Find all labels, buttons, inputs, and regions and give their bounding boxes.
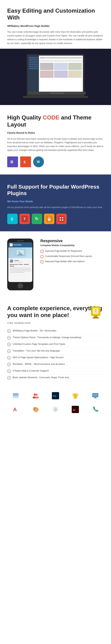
phone-avatar [10,259,13,263]
svg-point-20 [18,251,20,253]
phone-screen-header: T Thecusine [8,242,32,248]
section-responsive: T Thecusine Admin [0,231,111,298]
laptop-topbar [40,57,82,59]
tech-icons-row: B 5 W [7,156,104,167]
responsive-content: Responsive Complete Mobile Compatibility… [40,238,104,265]
svg-rect-13 [58,216,65,222]
feature-item: 5 Rated Help & Customer Support! [7,368,104,374]
text-line [10,269,31,270]
icon-trophy [70,390,81,401]
svg-text:Ps: Ps [53,395,56,398]
wordpress-icon: W [33,156,44,167]
code-heading-pre: High Quality [7,114,43,121]
svg-text:5: 5 [24,160,26,164]
svg-rect-16 [60,220,61,221]
laptop-frame [27,54,84,96]
phone-post-title: Responsive Theme - Mobile Ready [10,264,31,267]
hundreds-label: A few, hundreds more! [7,322,104,324]
bootstrap-icon: B [7,156,18,167]
responsive-heading: Responsive [40,238,104,243]
circle-plus-icon [7,356,11,360]
feature-item: Theme Options Panel - Thousands of setti… [7,334,104,341]
circle-plus-icon [7,343,11,346]
svg-rect-55 [74,398,77,398]
editing-subtitle: WPBakery WordPress Page Builder [7,24,104,28]
grid-card [68,70,82,78]
phone-text-lines [10,268,31,273]
svg-point-50 [33,396,36,398]
sidebar-item [29,61,38,63]
text-line [10,270,31,272]
icon-illustrator: Ai [70,404,81,415]
icon-phone-call [90,404,101,415]
bottom-icon-grid: Ps A [7,387,104,420]
check-circle [40,260,44,264]
icon-photoshop: Ps [50,390,61,401]
lock-plugin-icon [44,214,54,224]
seven-plugin-icon: 7 [19,214,30,224]
phone-date: Jan 01, 2023 [14,261,22,262]
circle-plus-icon [7,363,11,366]
icon-layers [10,390,21,401]
icon-monitor [90,390,101,401]
svg-rect-59 [94,398,97,398]
svg-rect-14 [60,217,61,218]
feature-text: RevSlider - WPML - WooCommerce and all o… [13,363,65,366]
check-circle [40,255,44,258]
check-text-2: Customizable Responsive Grid and Row Lay… [45,255,92,258]
svg-rect-57 [93,394,98,397]
code-subtitle: Clearly Bound to Rules [7,131,104,135]
svg-rect-47 [13,397,18,398]
circle-plus-icon [7,349,11,353]
feature-text: 5 Rated Help & Customer Support! [13,369,49,372]
svg-rect-58 [95,397,96,398]
check-item-1: Improved Page Builder for Responsive [40,250,104,253]
feature-item: WPBakery Page Builder - 50+ Shortcodes [7,328,104,334]
grid-card [54,70,68,78]
grid-card [54,63,68,70]
laptop-main-area [39,56,83,92]
icon-type-a: A [10,404,21,415]
phone-avatar-row: Admin Jan 01, 2023 [10,259,31,263]
svg-rect-45 [13,394,18,395]
phone-logo: Thecusine [13,244,21,246]
check-item-3: Improved Page Builder With new Options [40,260,104,264]
feature-text: Unlimited Custom Page Templates and Post… [13,343,65,345]
laptop-screen [28,56,83,92]
feature-text: SEO & Page Speed Optimizations - High Sc… [13,356,64,359]
feature-text: Basic website Elements - Carousels, Maps… [13,376,71,379]
support-subtitle: We Know Your Needs [7,200,104,203]
laptop-grid [40,63,82,78]
svg-rect-17 [62,220,63,221]
svg-text:Ai: Ai [73,408,75,412]
circle-plus-icon [7,376,11,380]
svg-text:7: 7 [23,217,26,221]
responsive-sub-heading: Complete Mobile Compatibility [40,244,104,247]
check-text-1: Improved Page Builder for Responsive [45,250,82,252]
svg-point-63 [55,409,56,410]
feature-list: WPBakery Page Builder - 50+ Shortcodes T… [7,328,104,381]
icon-users [30,390,41,401]
text-line [10,272,24,273]
grid-card [40,70,54,78]
code-heading-highlight: CODE [43,114,59,121]
feature-item: Translation - Turn your site into any la… [7,348,104,354]
phone-outer: T Thecusine Admin [7,238,33,290]
support-heading: Full Support for Popular WordPress Plugi… [7,184,104,196]
feature-item: Unlimited Custom Page Templates and Post… [7,341,104,348]
grid-card [40,63,54,70]
html5-icon: 5 [20,156,31,167]
circle-plus-icon [7,369,11,373]
section-complete: A complete experience, everything you wa… [0,298,111,422]
plugin-icons-row: Q 7 ↻ [7,214,104,224]
sync-plugin-icon: ↻ [32,214,42,224]
feature-item: Basic website Elements - Carousels, Maps… [7,374,104,381]
svg-text:↻: ↻ [35,216,38,221]
feature-item: RevSlider - WPML - WooCommerce and all o… [7,361,104,368]
phone-home-button [18,283,23,288]
check-item-2: Customizable Responsive Grid and Row Lay… [40,255,104,258]
sidebar-item [29,57,38,58]
circle-plus-icon [7,329,11,333]
svg-point-12 [49,219,50,220]
phone-hero-image [8,248,32,258]
